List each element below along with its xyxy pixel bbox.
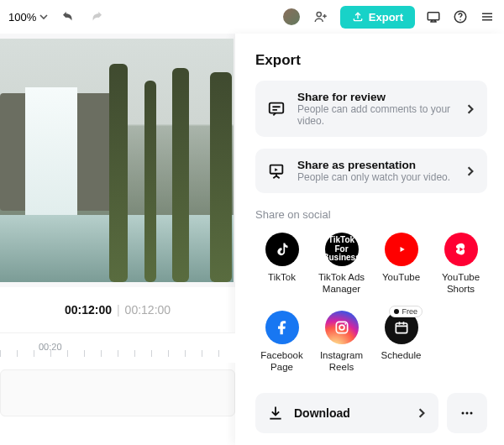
- chevron-right-icon: [417, 408, 427, 418]
- chevron-down-icon: [39, 13, 48, 21]
- tiktok-icon: [265, 233, 299, 266]
- share-review-title: Share for review: [297, 91, 454, 103]
- social-label: TikTok Ads Manager: [315, 271, 368, 296]
- top-toolbar: 100% Export: [0, 0, 504, 34]
- share-youtube[interactable]: YouTube: [375, 233, 428, 296]
- svg-point-8: [344, 323, 346, 325]
- more-options-button[interactable]: [447, 393, 487, 433]
- chevron-right-icon: [465, 166, 475, 176]
- share-on-social-label: Share on social: [255, 208, 487, 221]
- svg-point-3: [459, 19, 461, 21]
- svg-point-11: [466, 412, 469, 415]
- timeline-track[interactable]: [0, 369, 235, 416]
- share-tiktok-ads[interactable]: TikTok For Business TikTok Ads Manager: [315, 233, 368, 296]
- chevron-right-icon: [465, 104, 475, 114]
- export-button-label: Export: [369, 11, 403, 24]
- share-youtube-shorts[interactable]: YouTube Shorts: [434, 233, 487, 296]
- social-label: TikTok: [268, 271, 296, 283]
- instagram-icon: [325, 311, 359, 344]
- social-label: YouTube Shorts: [434, 271, 487, 296]
- share-schedule[interactable]: Free Schedule: [375, 311, 428, 374]
- svg-rect-1: [428, 13, 439, 20]
- upload-icon: [352, 11, 364, 23]
- share-for-review-card[interactable]: Share for review People can add comments…: [255, 81, 487, 137]
- ruler-tick-label: 00:20: [39, 342, 62, 352]
- export-panel-title: Export: [255, 52, 487, 69]
- svg-point-7: [339, 325, 344, 330]
- zoom-value: 100%: [8, 11, 36, 24]
- share-tiktok[interactable]: TikTok: [255, 233, 308, 296]
- ellipsis-icon: [459, 405, 475, 421]
- social-label: YouTube: [382, 271, 420, 283]
- export-button[interactable]: Export: [340, 6, 415, 29]
- share-presentation-subtitle: People can only watch your video.: [297, 171, 454, 183]
- redo-button[interactable]: [88, 8, 105, 25]
- menu-button[interactable]: [479, 8, 496, 25]
- tiktok-ads-icon: TikTok For Business: [325, 233, 359, 266]
- share-facebook[interactable]: Facebook Page: [255, 311, 308, 374]
- avatar[interactable]: [281, 7, 302, 27]
- timecode-current: 00:12:00: [65, 303, 112, 317]
- download-label: Download: [294, 406, 407, 420]
- add-collaborator-button[interactable]: [312, 8, 330, 26]
- youtube-icon: [385, 233, 418, 266]
- undo-button[interactable]: [60, 8, 76, 25]
- share-presentation-title: Share as presentation: [297, 159, 454, 171]
- video-preview[interactable]: [0, 39, 234, 282]
- social-label: Schedule: [381, 349, 422, 361]
- presentation-icon: [267, 162, 286, 181]
- svg-point-12: [470, 412, 473, 415]
- svg-point-0: [317, 12, 321, 16]
- facebook-icon: [265, 311, 299, 344]
- free-badge: Free: [389, 306, 423, 317]
- zoom-dropdown[interactable]: 100%: [8, 11, 48, 24]
- timecode-duration: 00:12:00: [125, 303, 171, 317]
- comment-icon: [267, 100, 286, 118]
- help-button[interactable]: [452, 8, 469, 25]
- share-as-presentation-card[interactable]: Share as presentation People can only wa…: [255, 149, 487, 193]
- svg-rect-4: [270, 102, 284, 113]
- social-share-grid: TikTok TikTok For Business TikTok Ads Ma…: [255, 233, 487, 374]
- social-label: Instagram Reels: [315, 349, 368, 374]
- timecode-display: 00:12:00 | 00:12:00: [0, 287, 235, 332]
- editor-canvas-column: 00:12:00 | 00:12:00 00:20: [0, 34, 235, 445]
- timeline-ruler[interactable]: 00:20: [0, 332, 235, 363]
- youtube-shorts-icon: [444, 233, 478, 266]
- share-instagram[interactable]: Instagram Reels: [315, 311, 368, 374]
- svg-rect-9: [396, 323, 407, 333]
- device-preview-button[interactable]: [425, 8, 442, 25]
- svg-point-10: [462, 412, 465, 415]
- collaborator-avatars[interactable]: [281, 7, 302, 27]
- social-label: Facebook Page: [255, 349, 308, 374]
- download-button[interactable]: Download: [255, 393, 438, 433]
- export-panel: Export Share for review People can add c…: [235, 34, 504, 445]
- share-review-subtitle: People can add comments to your video.: [297, 103, 454, 127]
- download-icon: [267, 405, 284, 421]
